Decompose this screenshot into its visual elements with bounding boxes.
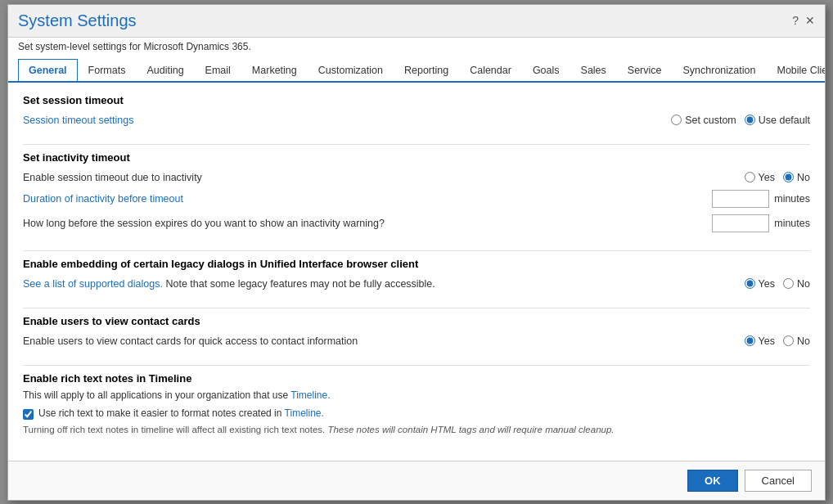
dialog-body: Set session timeout Session timeout sett…: [8, 83, 825, 461]
section-rich-text: Enable rich text notes in Timeline This …: [23, 372, 810, 434]
legacy-dialogs-yes-radio[interactable]: [745, 278, 755, 289]
inactivity-warning-label: How long before the session expires do y…: [23, 218, 712, 229]
dialog-subtitle: Set system-level settings for Microsoft …: [8, 38, 825, 59]
tab-sales[interactable]: Sales: [570, 59, 617, 81]
legacy-dialogs-link[interactable]: See a list of supported dialogs.: [23, 278, 163, 290]
inactivity-enable-label: Enable session timeout due to inactivity: [23, 172, 745, 183]
divider-3: [23, 308, 810, 308]
ok-button[interactable]: OK: [687, 470, 738, 492]
contact-cards-no[interactable]: No: [783, 335, 810, 347]
tab-customization[interactable]: Customization: [308, 59, 394, 81]
section-legacy-dialogs: Enable embedding of certain legacy dialo…: [23, 258, 810, 293]
contact-cards-no-label: No: [797, 335, 810, 347]
tab-mobile-client[interactable]: Mobile Client: [766, 59, 825, 81]
session-timeout-radio-group: Set custom Use default: [671, 115, 810, 126]
cancel-button[interactable]: Cancel: [745, 470, 812, 492]
tab-calendar[interactable]: Calendar: [459, 59, 522, 81]
rich-text-warning-italic: These notes will contain HTML tags and w…: [327, 425, 614, 434]
inactivity-enable-yes-label: Yes: [759, 172, 775, 183]
legacy-dialogs-radio-group: Yes No: [745, 278, 810, 290]
dialog-footer: OK Cancel: [8, 461, 825, 500]
inactivity-warning-input[interactable]: [712, 214, 769, 232]
session-timeout-use-default[interactable]: Use default: [745, 115, 810, 126]
inactivity-enable-yes[interactable]: Yes: [745, 172, 775, 183]
inactivity-warning-input-group: minutes: [712, 214, 810, 232]
session-timeout-label: Session timeout settings: [23, 115, 671, 126]
section-legacy-header: Enable embedding of certain legacy dialo…: [23, 258, 810, 270]
legacy-dialogs-yes[interactable]: Yes: [745, 278, 775, 290]
system-settings-dialog: System Settings ? ✕ Set system-level set…: [7, 4, 826, 501]
rich-text-warning: Turning off rich text notes in timeline …: [23, 425, 810, 434]
section-inactivity-header: Set inactivity timeout: [23, 151, 810, 164]
inactivity-warning-row: How long before the session expires do y…: [23, 211, 810, 236]
inactivity-duration-unit: minutes: [774, 193, 810, 205]
dialog-title: System Settings: [18, 11, 137, 30]
help-icon[interactable]: ?: [792, 14, 799, 27]
inactivity-enable-row: Enable session timeout due to inactivity…: [23, 169, 810, 187]
divider-2: [23, 250, 810, 251]
tab-general[interactable]: General: [18, 59, 78, 83]
contact-cards-yes-radio[interactable]: [745, 335, 755, 346]
legacy-dialogs-label: See a list of supported dialogs. Note th…: [23, 278, 745, 290]
contact-cards-yes[interactable]: Yes: [745, 335, 775, 347]
legacy-dialogs-no-label: No: [797, 278, 810, 290]
close-icon[interactable]: ✕: [805, 14, 815, 27]
rich-text-note-text: This will apply to all applications in y…: [23, 389, 290, 401]
contact-cards-radio-group: Yes No: [745, 335, 810, 347]
inactivity-enable-yes-radio[interactable]: [745, 172, 755, 182]
section-contact-cards: Enable users to view contact cards Enabl…: [23, 315, 810, 350]
divider-1: [23, 144, 810, 145]
legacy-dialogs-yes-label: Yes: [759, 278, 775, 290]
dialog-title-controls: ? ✕: [792, 14, 815, 27]
section-contact-cards-header: Enable users to view contact cards: [23, 315, 810, 327]
inactivity-enable-no-radio[interactable]: [783, 172, 794, 182]
legacy-dialogs-row: See a list of supported dialogs. Note th…: [23, 275, 810, 293]
inactivity-enable-no-label: No: [797, 172, 810, 183]
legacy-dialogs-no-radio[interactable]: [783, 278, 794, 289]
tab-goals[interactable]: Goals: [522, 59, 570, 81]
inactivity-enable-no[interactable]: No: [783, 172, 810, 183]
contact-cards-no-radio[interactable]: [783, 335, 794, 346]
tab-marketing[interactable]: Marketing: [241, 59, 308, 81]
session-timeout-row: Session timeout settings Set custom Use …: [23, 111, 810, 129]
legacy-dialogs-no[interactable]: No: [783, 278, 810, 290]
dialog-titlebar: System Settings ? ✕: [8, 5, 825, 38]
section-session-timeout-header: Set session timeout: [23, 94, 810, 106]
session-timeout-set-custom-radio[interactable]: [671, 115, 682, 125]
inactivity-warning-unit: minutes: [774, 218, 810, 229]
inactivity-duration-row: Duration of inactivity before timeout mi…: [23, 187, 810, 211]
section-inactivity-timeout: Set inactivity timeout Enable session ti…: [23, 151, 810, 236]
tab-formats[interactable]: Formats: [78, 59, 137, 81]
rich-text-checkbox-row: Use rich text to make it easier to forma…: [23, 404, 810, 423]
contact-cards-label: Enable users to view contact cards for q…: [23, 335, 745, 347]
section-session-timeout: Set session timeout Session timeout sett…: [23, 94, 810, 129]
inactivity-duration-input-group: minutes: [712, 190, 810, 208]
session-timeout-use-default-label: Use default: [759, 115, 810, 126]
tab-service[interactable]: Service: [617, 59, 673, 81]
tab-reporting[interactable]: Reporting: [394, 59, 459, 81]
inactivity-enable-radio-group: Yes No: [745, 172, 810, 183]
inactivity-duration-label: Duration of inactivity before timeout: [23, 193, 712, 205]
rich-text-timeline-link-2[interactable]: Timeline.: [285, 407, 324, 419]
divider-4: [23, 365, 810, 366]
tab-synchronization[interactable]: Synchronization: [673, 59, 767, 81]
tab-auditing[interactable]: Auditing: [136, 59, 194, 81]
session-timeout-set-custom-label: Set custom: [685, 115, 736, 126]
inactivity-duration-input[interactable]: [712, 190, 769, 208]
rich-text-checkbox[interactable]: [23, 409, 34, 420]
tab-email[interactable]: Email: [195, 59, 241, 81]
legacy-dialogs-note: Note that some legacy features may not b…: [165, 278, 435, 290]
contact-cards-row: Enable users to view contact cards for q…: [23, 332, 810, 350]
session-timeout-set-custom[interactable]: Set custom: [671, 115, 736, 126]
rich-text-timeline-link-1[interactable]: Timeline.: [290, 389, 330, 401]
rich-text-note: This will apply to all applications in y…: [23, 389, 810, 401]
session-timeout-use-default-radio[interactable]: [745, 115, 755, 125]
section-rich-text-header: Enable rich text notes in Timeline: [23, 372, 810, 385]
tabs-row: General Formats Auditing Email Marketing…: [8, 59, 825, 83]
contact-cards-yes-label: Yes: [759, 335, 775, 347]
rich-text-checkbox-label: Use rich text to make it easier to forma…: [38, 407, 324, 419]
